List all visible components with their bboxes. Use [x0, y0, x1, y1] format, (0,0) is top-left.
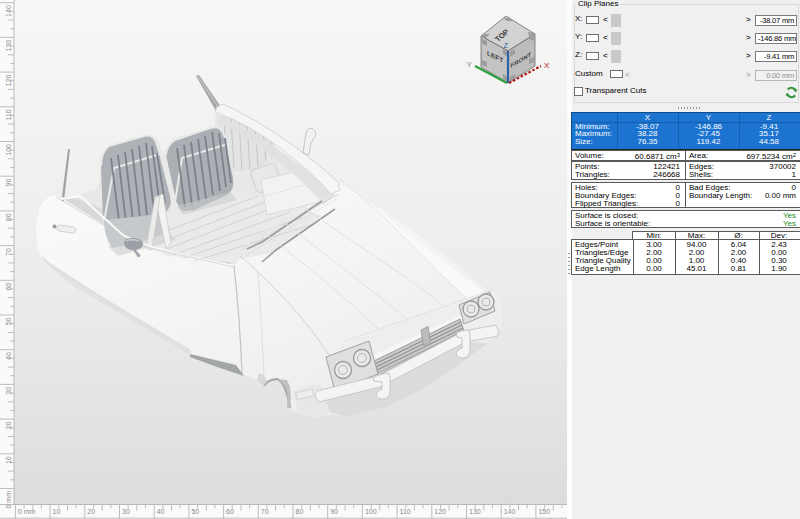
svg-text:0 mm: 0 mm	[5, 491, 12, 509]
svg-text:80: 80	[5, 213, 12, 221]
svg-text:120: 120	[5, 75, 12, 87]
svg-text:140: 140	[5, 5, 12, 17]
svg-text:Y: Y	[467, 60, 473, 69]
svg-text:140: 140	[504, 508, 516, 515]
svg-text:50: 50	[191, 508, 199, 515]
svg-text:70: 70	[261, 508, 269, 515]
svg-text:100: 100	[5, 144, 12, 156]
svg-text:150: 150	[538, 508, 550, 515]
svg-text:90: 90	[5, 179, 12, 187]
svg-text:110: 110	[400, 508, 411, 515]
svg-text:90: 90	[330, 508, 338, 515]
svg-text:100: 100	[365, 508, 377, 515]
svg-text:10: 10	[5, 456, 12, 464]
svg-text:110: 110	[5, 109, 12, 120]
svg-text:30: 30	[5, 387, 12, 395]
svg-text:40: 40	[5, 352, 12, 360]
svg-text:70: 70	[5, 248, 12, 256]
svg-text:40: 40	[157, 508, 165, 515]
svg-text:30: 30	[122, 508, 130, 515]
svg-text:10: 10	[53, 508, 61, 515]
svg-text:Z: Z	[504, 41, 509, 50]
svg-text:80: 80	[296, 508, 304, 515]
svg-text:120: 120	[434, 508, 446, 515]
svg-text:130: 130	[469, 508, 481, 515]
svg-text:130: 130	[5, 40, 12, 52]
svg-text:60: 60	[226, 508, 234, 515]
svg-text:20: 20	[5, 422, 12, 430]
svg-text:X: X	[544, 61, 550, 70]
svg-text:20: 20	[87, 508, 95, 515]
svg-text:60: 60	[5, 283, 12, 291]
svg-text:50: 50	[5, 317, 12, 325]
